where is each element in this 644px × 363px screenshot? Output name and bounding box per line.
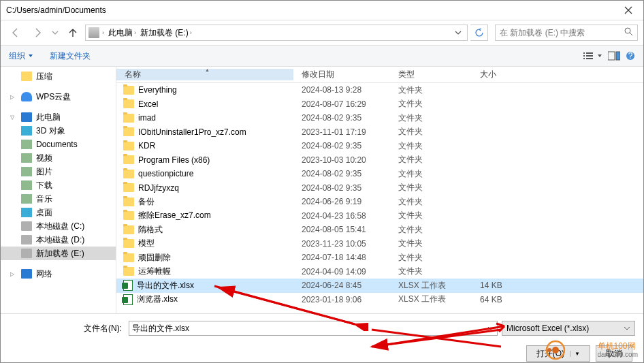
preview-pane-button[interactable] [608, 51, 620, 61]
file-date: 2024-06-26 9:19 [293, 197, 390, 206]
file-row[interactable]: Program Files (x86)2023-10-03 10:20文件夹 [116, 153, 643, 168]
sidebar-item-net[interactable]: ▷网络 [1, 267, 116, 281]
file-date: 2024-08-02 9:35 [293, 169, 390, 178]
file-row[interactable]: questionpicture2024-08-02 9:35文件夹 [116, 167, 643, 181]
folder-icon [21, 72, 32, 81]
file-name: Program Files (x86) [138, 155, 210, 165]
file-date: 2024-08-13 9:28 [293, 85, 390, 95]
svg-rect-4 [586, 55, 593, 57]
file-row[interactable]: IObitUninstaller1Pro_xz7.com2023-11-01 1… [116, 125, 643, 140]
folder-icon [123, 267, 134, 276]
file-type: XLSX 工作表 [390, 280, 472, 291]
file-type: 文件夹 [390, 140, 472, 152]
file-type: 文件夹 [390, 154, 472, 165]
file-name: 运筹帷幄 [138, 266, 171, 277]
history-dropdown[interactable] [50, 25, 61, 41]
path-dropdown[interactable] [452, 29, 464, 36]
file-name: 擦除Erase_xz7.com [138, 210, 211, 221]
forward-button[interactable] [28, 25, 47, 41]
folder-icon [123, 142, 134, 151]
view-mode-button[interactable] [583, 51, 602, 61]
file-row[interactable]: 运筹帷幄2024-04-09 14:09文件夹 [116, 265, 643, 279]
sidebar-item-wps[interactable]: ▷WPS云盘 [1, 90, 116, 104]
col-size[interactable]: 大小 [472, 69, 540, 80]
address-bar[interactable]: › 此电脑› 新加载卷 (E:)› [85, 25, 468, 41]
file-type: 文件夹 [390, 196, 472, 208]
sidebar-item-diskc[interactable]: 本地磁盘 (C:) [1, 219, 116, 233]
col-name[interactable]: 名称 [116, 69, 293, 80]
new-folder-button[interactable]: 新建文件夹 [50, 50, 91, 62]
file-date: 2024-08-07 16:29 [293, 99, 390, 109]
disk-icon [21, 249, 32, 258]
file-type-filter[interactable]: Microsoft Excel (*.xlsx) [502, 321, 635, 336]
close-button[interactable] [613, 1, 643, 20]
file-date: 2023-10-03 10:20 [293, 155, 390, 165]
file-row[interactable]: 擦除Erase_xz7.com2024-04-23 16:58文件夹 [116, 209, 643, 223]
file-name: 隋格式 [138, 224, 163, 236]
help-button[interactable]: ? [626, 51, 635, 61]
file-name: questionpicture [138, 169, 193, 178]
file-row[interactable]: imad2024-08-02 9:35文件夹 [116, 111, 643, 125]
svg-rect-1 [583, 52, 585, 54]
sidebar-item-diskd[interactable]: 本地磁盘 (D:) [1, 233, 116, 247]
file-date: 2024-06-24 8:45 [293, 281, 390, 290]
filename-value: 导出的文件.xlsx [132, 323, 189, 334]
file-type: 文件夹 [390, 126, 472, 138]
toolbar: 组织 新建文件夹 ? [1, 45, 643, 67]
sidebar-item-music[interactable]: 音乐 [1, 192, 116, 206]
sidebar-item-docs[interactable]: Documents [1, 138, 116, 151]
back-button[interactable] [6, 25, 25, 41]
file-date: 2023-11-23 10:05 [293, 239, 390, 249]
organize-menu[interactable]: 组织 [9, 50, 33, 62]
sidebar-item-compress[interactable]: 压缩 [1, 69, 116, 83]
file-type: 文件夹 [390, 252, 472, 264]
svg-point-0 [625, 28, 630, 33]
file-row[interactable]: 顽固删除2024-07-18 14:48文件夹 [116, 251, 643, 265]
file-name: 浏览器.xlsx [137, 294, 178, 305]
file-type: 文件夹 [390, 84, 472, 96]
file-type: 文件夹 [390, 98, 472, 110]
svg-rect-5 [583, 58, 585, 59]
sidebar-item-pc[interactable]: ▽此电脑 [1, 110, 116, 124]
col-type[interactable]: 类型 [390, 69, 472, 80]
col-date[interactable]: 修改日期 [293, 69, 390, 80]
sidebar-item-3d[interactable]: 3D 对象 [1, 124, 116, 138]
music-icon [21, 194, 32, 204]
search-icon [624, 27, 633, 38]
file-row[interactable]: KDR2024-08-02 9:35文件夹 [116, 139, 643, 153]
folder-icon [123, 183, 134, 192]
svg-text:?: ? [628, 51, 633, 61]
path-volume[interactable]: 新加载卷 (E:) [140, 27, 189, 39]
folder-icon [123, 253, 134, 262]
folder-icon [123, 99, 134, 108]
sidebar-item-desk[interactable]: 桌面 [1, 206, 116, 219]
search-input[interactable] [500, 28, 624, 37]
titlebar: C:/Users/admin/Documents [1, 1, 643, 20]
refresh-button[interactable] [470, 25, 488, 41]
file-type: 文件夹 [390, 168, 472, 180]
sidebar-item-down[interactable]: 下载 [1, 178, 116, 192]
sidebar-item-video[interactable]: 视频 [1, 151, 116, 165]
folder-icon [123, 225, 134, 234]
disk-icon [21, 221, 32, 231]
folder-icon [123, 239, 134, 248]
search-box[interactable] [495, 25, 638, 41]
filename-combo[interactable]: 导出的文件.xlsx [129, 321, 498, 336]
svg-point-13 [547, 348, 551, 352]
watermark: 单机100网 danji100.com [598, 342, 638, 358]
up-button[interactable] [63, 25, 82, 41]
file-row[interactable]: 导出的文件.xlsx2024-06-24 8:45XLSX 工作表14 KB [116, 279, 643, 293]
path-pc[interactable]: 此电脑 [108, 27, 133, 39]
file-row[interactable]: 备份2024-06-26 9:19文件夹 [116, 195, 643, 209]
window-title: C:/Users/admin/Documents [6, 5, 613, 15]
file-row[interactable]: 隋格式2024-08-05 15:41文件夹 [116, 223, 643, 237]
file-row[interactable]: 浏览器.xlsx2023-01-18 9:06XLSX 工作表64 KB [116, 293, 643, 307]
sidebar-item-pic[interactable]: 图片 [1, 165, 116, 178]
file-row[interactable]: RDJjfzyxzq2024-08-02 9:35文件夹 [116, 181, 643, 195]
file-row[interactable]: Excel2024-08-07 16:29文件夹 [116, 97, 643, 112]
file-row[interactable]: 模型2023-11-23 10:05文件夹 [116, 237, 643, 251]
file-type: 文件夹 [390, 182, 472, 193]
file-type: 文件夹 [390, 112, 472, 124]
sidebar-item-vole[interactable]: 新加载卷 (E:) [1, 247, 116, 260]
file-row[interactable]: Everything2024-08-13 9:28文件夹 [116, 83, 643, 97]
